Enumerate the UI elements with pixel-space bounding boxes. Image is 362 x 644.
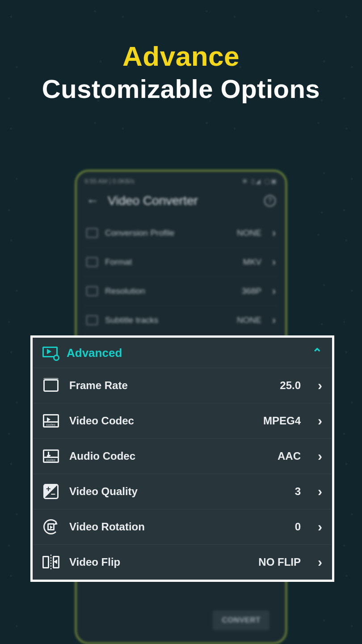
row-label: Video Rotation — [69, 521, 145, 533]
row-label: Resolution — [105, 286, 145, 296]
promo-line1: Advance — [0, 40, 362, 72]
chevron-right-icon: › — [272, 256, 276, 268]
row-value: NONE — [237, 228, 261, 238]
promo-line2: Customizable Options — [0, 74, 362, 104]
row-label: Video Quality — [69, 485, 138, 498]
row-video-codec[interactable]: codec Video Codec MPEG4 › — [33, 403, 332, 438]
subtitle-icon — [86, 315, 98, 325]
row-label: Audio Codec — [69, 450, 135, 462]
row-label: Video Flip — [69, 556, 120, 568]
row-label: Video Codec — [69, 415, 134, 427]
framerate-icon — [42, 378, 59, 393]
row-label: Frame Rate — [69, 379, 128, 392]
row-format[interactable]: Format MKV › — [84, 248, 278, 277]
video-codec-icon: codec — [42, 413, 59, 428]
row-value: NO FLIP — [258, 556, 301, 568]
row-video-rotation[interactable]: Video Rotation 0 › — [33, 509, 332, 544]
advanced-header[interactable]: Advanced ⌃ — [33, 338, 332, 368]
video-quality-icon — [42, 484, 59, 499]
format-icon — [86, 257, 98, 267]
row-value: MPEG4 — [263, 415, 301, 427]
chevron-right-icon: › — [272, 314, 276, 326]
row-value: MKV — [243, 257, 261, 267]
chevron-right-icon: › — [318, 378, 322, 393]
chevron-right-icon: › — [318, 555, 322, 570]
convert-button[interactable]: CONVERT — [213, 610, 269, 630]
row-value: NONE — [237, 315, 261, 325]
profile-icon — [86, 228, 98, 238]
chevron-right-icon: › — [318, 449, 322, 464]
app-header: ← Video Converter ? — [84, 189, 278, 215]
row-value: AAC — [278, 450, 301, 462]
row-label: Subtitle tracks — [105, 315, 158, 325]
row-conversion-profile[interactable]: Conversion Profile NONE › — [84, 219, 278, 248]
status-left-text: 9:55 AM | 0.0KB/s — [84, 178, 135, 185]
row-video-quality[interactable]: Video Quality 3 › — [33, 474, 332, 509]
chevron-up-icon: ⌃ — [312, 346, 322, 360]
status-right-icons: ✻ ▯◢ ▢▣ — [242, 178, 278, 185]
advanced-header-label: Advanced — [67, 346, 122, 360]
chevron-right-icon: › — [272, 285, 276, 297]
row-value: 25.0 — [280, 379, 301, 392]
chevron-right-icon: › — [318, 484, 322, 499]
status-bar: 9:55 AM | 0.0KB/s ✻ ▯◢ ▢▣ — [84, 176, 278, 189]
help-icon[interactable]: ? — [264, 195, 276, 207]
chevron-right-icon: › — [318, 413, 322, 428]
row-label: Conversion Profile — [105, 228, 174, 238]
audio-codec-icon: codec — [42, 449, 59, 464]
row-value: 0 — [295, 521, 301, 533]
row-label: Format — [105, 257, 132, 267]
chevron-right-icon: › — [318, 519, 322, 534]
row-frame-rate[interactable]: Frame Rate 25.0 › — [33, 368, 332, 403]
row-subtitle-tracks[interactable]: Subtitle tracks NONE › — [84, 306, 278, 335]
settings-list: Conversion Profile NONE › Format MKV › R… — [84, 219, 278, 335]
row-value: 3 — [295, 485, 301, 498]
chevron-right-icon: › — [272, 227, 276, 239]
row-video-flip[interactable]: Video Flip NO FLIP › — [33, 544, 332, 580]
video-flip-icon — [42, 555, 59, 570]
row-audio-codec[interactable]: codec Audio Codec AAC › — [33, 438, 332, 474]
row-resolution[interactable]: Resolution 368P › — [84, 277, 278, 306]
row-value: 368P — [242, 286, 261, 296]
app-title: Video Converter — [108, 194, 198, 208]
advanced-panel: Advanced ⌃ Frame Rate 25.0 › codec Video… — [30, 335, 334, 582]
advanced-icon — [42, 347, 59, 360]
video-rotation-icon — [42, 519, 59, 534]
promo-title: Advance Customizable Options — [0, 0, 362, 104]
back-icon[interactable]: ← — [86, 194, 99, 208]
resolution-icon — [86, 286, 98, 296]
